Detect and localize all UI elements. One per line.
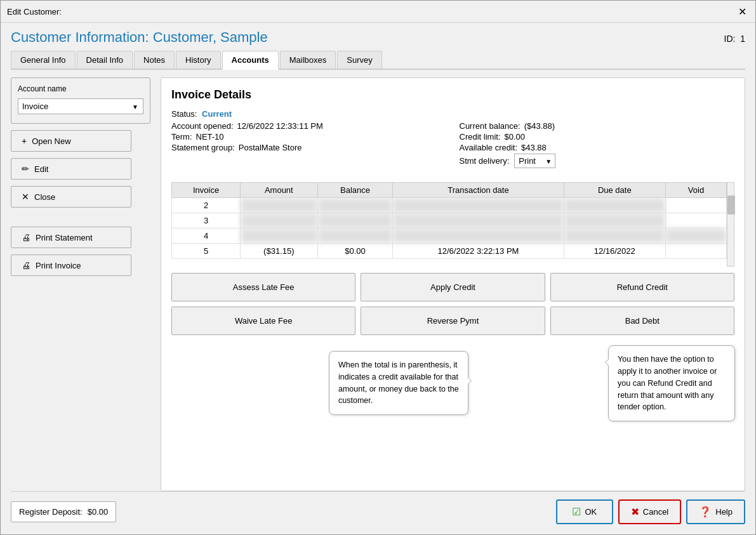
assess-late-fee-button[interactable]: Assess Late Fee — [171, 273, 355, 301]
row5-due: 12/16/2022 — [564, 244, 665, 259]
print-statement-label: Print Statement — [36, 233, 93, 242]
account-select[interactable]: Invoice — [18, 98, 143, 114]
invoice-details-title: Invoice Details — [171, 88, 734, 102]
tab-accounts[interactable]: Accounts — [222, 51, 279, 70]
row3-due: XXXXXXXX — [564, 213, 665, 228]
statement-group-value: PostalMate Store — [239, 143, 302, 152]
tab-mailboxes[interactable]: Mailboxes — [280, 51, 336, 69]
term-row: Term: NET-10 — [171, 132, 447, 142]
close-window-button[interactable]: ✕ — [735, 4, 749, 18]
col-void: Void — [665, 183, 726, 198]
bad-debt-button[interactable]: Bad Debt — [550, 307, 734, 335]
row5-balance: $0.00 — [317, 244, 393, 259]
main-window: Edit Customer: ✕ Customer Information: C… — [0, 0, 756, 535]
print-statement-button[interactable]: 🖨 Print Statement — [11, 227, 131, 248]
left-panel: Account name Invoice ▼ + Open New ✏ Edit — [11, 77, 150, 491]
statement-group-row: Statement group: PostalMate Store — [171, 143, 447, 152]
statement-group-label: Statement group: — [171, 143, 235, 152]
stmt-delivery-select-wrapper: Print Email None ▼ — [514, 154, 555, 168]
table-row[interactable]: 4 XXXX XXXX XXXXXXXXXXX XXXXXXXX XXXX — [172, 228, 727, 244]
credit-limit-label: Credit limit: — [460, 132, 501, 142]
callout-right: You then have the option to apply it to … — [608, 345, 735, 421]
edit-button[interactable]: ✏ Edit — [11, 158, 131, 180]
row4-transaction: XXXXXXXXXXX — [393, 228, 564, 244]
row3-balance: XXXX — [317, 213, 393, 228]
col-transaction-date: Transaction date — [393, 183, 564, 198]
refund-credit-button[interactable]: Refund Credit — [550, 273, 734, 301]
bottom-bar: Register Deposit: $0.00 ☑ OK ✖ Cancel ❓ … — [11, 491, 745, 524]
status-value: Current — [202, 109, 232, 119]
id-value: 1 — [740, 34, 745, 44]
table-row[interactable]: 2 XXXX XXXX XXXXXXXXXXX XXXXXXXX — [172, 198, 727, 213]
row2-transaction: XXXXXXXXXXX — [393, 198, 564, 213]
action-buttons-grid: Assess Late Fee Apply Credit Refund Cred… — [171, 273, 734, 335]
tab-history[interactable]: History — [176, 51, 220, 69]
account-opened-row: Account opened: 12/6/2022 12:33:11 PM — [171, 121, 447, 131]
account-opened-label: Account opened: — [171, 121, 234, 131]
tab-survey[interactable]: Survey — [337, 51, 381, 69]
tab-detail-info[interactable]: Detail Info — [77, 51, 133, 69]
row2-amount: XXXX — [241, 198, 317, 213]
info-left: Account opened: 12/6/2022 12:33:11 PM Te… — [171, 121, 447, 175]
print-invoice-button[interactable]: 🖨 Print Invoice — [11, 254, 131, 276]
help-question-icon: ❓ — [699, 506, 712, 518]
help-button[interactable]: ❓ Help — [686, 499, 745, 524]
invoice-table-wrapper: Invoice Amount Balance Transaction date … — [171, 182, 734, 267]
cancel-x-icon: ✖ — [631, 506, 639, 518]
register-deposit-value: $0.00 — [88, 507, 109, 517]
tab-notes[interactable]: Notes — [134, 51, 175, 69]
pencil-icon: ✏ — [22, 164, 29, 174]
apply-credit-button[interactable]: Apply Credit — [361, 273, 545, 301]
col-invoice: Invoice — [172, 183, 241, 198]
stmt-delivery-label: Stmt delivery: — [460, 156, 510, 166]
current-balance-label: Current balance: — [460, 121, 521, 131]
row4-void: XXXX — [665, 228, 726, 244]
close-account-button[interactable]: ✕ Close — [11, 186, 131, 208]
close-label: Close — [34, 192, 55, 202]
plus-icon: + — [22, 136, 27, 146]
table-scrollbar[interactable] — [727, 182, 734, 267]
available-credit-label: Available credit: — [460, 143, 518, 152]
row2-due: XXXXXXXX — [564, 198, 665, 213]
row5-invoice: 5 — [172, 244, 241, 259]
account-select-wrapper: Invoice ▼ — [18, 98, 143, 114]
row4-amount: XXXX — [241, 228, 317, 244]
term-value: NET-10 — [196, 132, 224, 142]
title-bar: Edit Customer: ✕ — [1, 1, 755, 23]
account-name-group: Account name Invoice ▼ — [11, 77, 150, 124]
row3-transaction: XXXXXXXXXXX — [393, 213, 564, 228]
col-due-date: Due date — [564, 183, 665, 198]
customer-header: Customer Information: Customer, Sample I… — [11, 29, 745, 46]
table-row[interactable]: 5 ($31.15) $0.00 12/6/2022 3:22:13 PM 12… — [172, 244, 727, 259]
id-label: ID: — [724, 34, 736, 44]
col-balance: Balance — [317, 183, 393, 198]
open-new-button[interactable]: + Open New — [11, 130, 131, 152]
tab-general-info[interactable]: General Info — [11, 51, 76, 69]
open-new-label: Open New — [32, 136, 70, 146]
invoice-table-inner: Invoice Amount Balance Transaction date … — [171, 182, 727, 267]
window-content: Customer Information: Customer, Sample I… — [1, 23, 755, 534]
right-panel: Invoice Details Status: Current Account … — [161, 77, 745, 491]
reverse-pymt-button[interactable]: Reverse Pymt — [361, 307, 545, 335]
callout-left: When the total is in parenthesis, it ind… — [329, 351, 468, 415]
stmt-delivery-row: Stmt delivery: Print Email None ▼ — [460, 154, 735, 168]
ok-cancel-help: ☑ OK ✖ Cancel ❓ Help — [556, 499, 745, 524]
cancel-button[interactable]: ✖ Cancel — [618, 499, 681, 524]
edit-label: Edit — [34, 164, 48, 174]
printer-invoice-icon: 🖨 — [22, 260, 30, 270]
ok-checkmark-icon: ☑ — [572, 506, 581, 518]
row5-amount: ($31.15) — [241, 244, 317, 259]
waive-late-fee-button[interactable]: Waive Late Fee — [171, 307, 355, 335]
right-panel-container: Invoice Details Status: Current Account … — [161, 77, 745, 491]
available-credit-value: $43.88 — [521, 143, 547, 152]
ok-button[interactable]: ☑ OK — [556, 499, 613, 524]
table-header-row: Invoice Amount Balance Transaction date … — [172, 183, 727, 198]
register-deposit: Register Deposit: $0.00 — [11, 501, 116, 522]
term-label: Term: — [171, 132, 192, 142]
row5-transaction: 12/6/2022 3:22:13 PM — [393, 244, 564, 259]
table-row[interactable]: 3 XXXX XXXX XXXXXXXXXXX XXXXXXXX — [172, 213, 727, 228]
row3-invoice: 3 — [172, 213, 241, 228]
account-opened-value: 12/6/2022 12:33:11 PM — [237, 121, 323, 131]
stmt-delivery-select[interactable]: Print Email None — [514, 154, 555, 168]
callout-left-text: When the total is in parenthesis, it ind… — [338, 360, 459, 405]
